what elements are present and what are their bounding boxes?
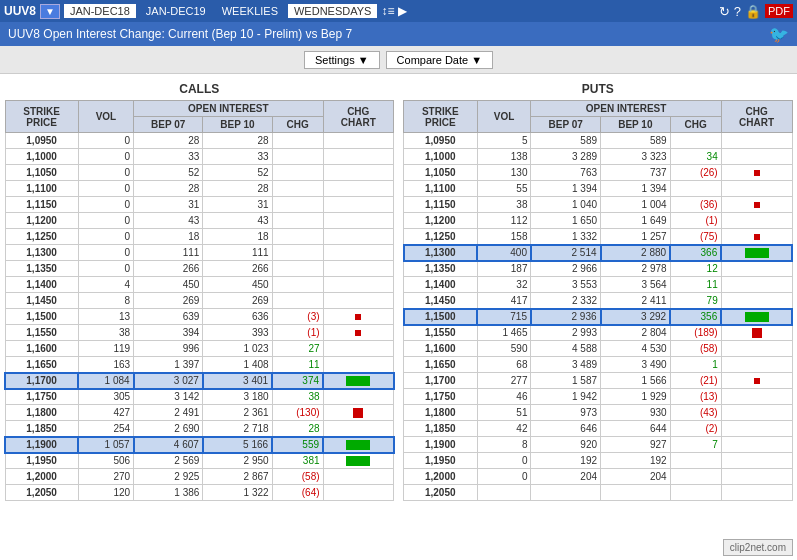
tab-weeklies[interactable]: WEEKLIES: [216, 4, 284, 18]
tab-jan-dec18[interactable]: JAN-DEC18: [64, 4, 136, 18]
nav-action-icons: ↻ ? 🔒 PDF: [719, 4, 793, 19]
calls-vol-header: VOL: [78, 101, 133, 133]
table-row: 1,20002702 9252 867(58): [5, 469, 394, 485]
nav-icons[interactable]: ↕≡: [381, 4, 394, 18]
table-row: 1,1050130763737(26): [404, 165, 793, 181]
table-row: 1,110002828: [5, 181, 394, 197]
lock-icon[interactable]: 🔒: [745, 4, 761, 19]
question-icon[interactable]: ?: [734, 4, 741, 19]
table-row: 1,1100551 3941 394: [404, 181, 793, 197]
table-row: 1,100003333: [5, 149, 394, 165]
table-row: 1,13501872 9662 97812: [404, 261, 793, 277]
puts-chart-header: CHGCHART: [721, 101, 792, 133]
table-row: 1,16001199961 02327: [5, 341, 394, 357]
settings-button[interactable]: Settings ▼: [304, 51, 380, 69]
table-row: 1,12501581 3321 257(75): [404, 229, 793, 245]
table-row: 1,12001121 6501 649(1): [404, 213, 793, 229]
table-row: 1,2050: [404, 485, 793, 501]
table-row: 1,16501631 3971 40811: [5, 357, 394, 373]
table-row: 1,13004002 5142 880366: [404, 245, 793, 261]
table-row: 1,18004272 4912 361(130): [5, 405, 394, 421]
tab-wednesdays[interactable]: WEDNESDAYS: [288, 4, 377, 18]
section-divider: [395, 78, 403, 501]
table-row: 1,14004450450: [5, 277, 394, 293]
table-row: 1,180051973930(43): [404, 405, 793, 421]
table-row: 1,15007152 9363 292356: [404, 309, 793, 325]
tab-jan-dec19[interactable]: JAN-DEC19: [140, 4, 212, 18]
table-row: 1,15501 4652 9932 804(189): [404, 325, 793, 341]
puts-chg-header: CHG: [670, 117, 721, 133]
twitter-icon[interactable]: 🐦: [769, 25, 789, 44]
table-row: 1,17002771 5871 566(21): [404, 373, 793, 389]
calls-title: CALLS: [4, 78, 395, 100]
puts-table: STRIKEPRICE VOL OPEN INTEREST CHGCHART B…: [403, 100, 794, 501]
table-row: 1,1650683 4893 4901: [404, 357, 793, 373]
table-row: 1,20000204204: [404, 469, 793, 485]
table-row: 1,095002828: [5, 133, 394, 149]
table-row: 1,105005252: [5, 165, 394, 181]
pdf-icon[interactable]: PDF: [765, 4, 793, 18]
calls-strike-header: STRIKEPRICE: [5, 101, 78, 133]
calls-bep07-header: BEP 07: [134, 117, 203, 133]
top-nav: UUV8 ▼ JAN-DEC18 JAN-DEC19 WEEKLIES WEDN…: [0, 0, 797, 22]
calls-chg-header: CHG: [272, 117, 323, 133]
table-row: 1,16005904 5884 530(58): [404, 341, 793, 357]
table-row: 1,185042646644(2): [404, 421, 793, 437]
refresh-icon[interactable]: ↻: [719, 4, 730, 19]
table-row: 1,190089209277: [404, 437, 793, 453]
table-row: 1,115003131: [5, 197, 394, 213]
calls-chart-header: CHGCHART: [323, 101, 393, 133]
calls-table: STRIKEPRICE VOL OPEN INTEREST CHGCHART B…: [4, 100, 395, 501]
calls-bep10-header: BEP 10: [203, 117, 272, 133]
table-row: 1,1400323 5533 56411: [404, 277, 793, 293]
table-row: 1,125001818: [5, 229, 394, 245]
calls-oi-header: OPEN INTEREST: [134, 101, 323, 117]
nav-play-icon[interactable]: ▶: [398, 4, 407, 18]
table-row: 1,14504172 3322 41179: [404, 293, 793, 309]
puts-strike-header: STRIKEPRICE: [404, 101, 478, 133]
table-row: 1,19500192192: [404, 453, 793, 469]
table-row: 1,13000111111: [5, 245, 394, 261]
table-row: 1,20501201 3861 322(64): [5, 485, 394, 501]
table-row: 1,120004343: [5, 213, 394, 229]
puts-title: PUTS: [403, 78, 794, 100]
instrument-label: UUV8: [4, 4, 36, 18]
puts-bep07-header: BEP 07: [531, 117, 601, 133]
table-row: 1,17503053 1423 18038: [5, 389, 394, 405]
table-row: 1,1750461 9421 929(13): [404, 389, 793, 405]
puts-vol-header: VOL: [477, 101, 531, 133]
table-row: 1,150013639636(3): [5, 309, 394, 325]
compare-date-button[interactable]: Compare Date ▼: [386, 51, 493, 69]
page-title: UUV8 Open Interest Change: Current (Bep …: [8, 27, 352, 41]
table-row: 1,17001 0843 0273 401374: [5, 373, 394, 389]
table-row: 1,19001 0574 6075 166559: [5, 437, 394, 453]
table-row: 1,10001383 2893 32334: [404, 149, 793, 165]
main-content: CALLS STRIKEPRICE VOL OPEN INTEREST CHGC…: [0, 74, 797, 505]
table-row: 1,1150381 0401 004(36): [404, 197, 793, 213]
puts-oi-header: OPEN INTEREST: [531, 101, 721, 117]
puts-section: PUTS STRIKEPRICE VOL OPEN INTEREST CHGCH…: [403, 78, 794, 501]
title-bar: UUV8 Open Interest Change: Current (Bep …: [0, 22, 797, 46]
table-row: 1,18502542 6902 71828: [5, 421, 394, 437]
calls-section: CALLS STRIKEPRICE VOL OPEN INTEREST CHGC…: [4, 78, 395, 501]
puts-bep10-header: BEP 10: [601, 117, 671, 133]
table-row: 1,155038394393(1): [5, 325, 394, 341]
table-row: 1,19505062 5692 950381: [5, 453, 394, 469]
nav-dropdown-icon[interactable]: ▼: [40, 4, 60, 19]
table-row: 1,14508269269: [5, 293, 394, 309]
table-row: 1,09505589589: [404, 133, 793, 149]
table-row: 1,13500266266: [5, 261, 394, 277]
toolbar: Settings ▼ Compare Date ▼: [0, 46, 797, 74]
